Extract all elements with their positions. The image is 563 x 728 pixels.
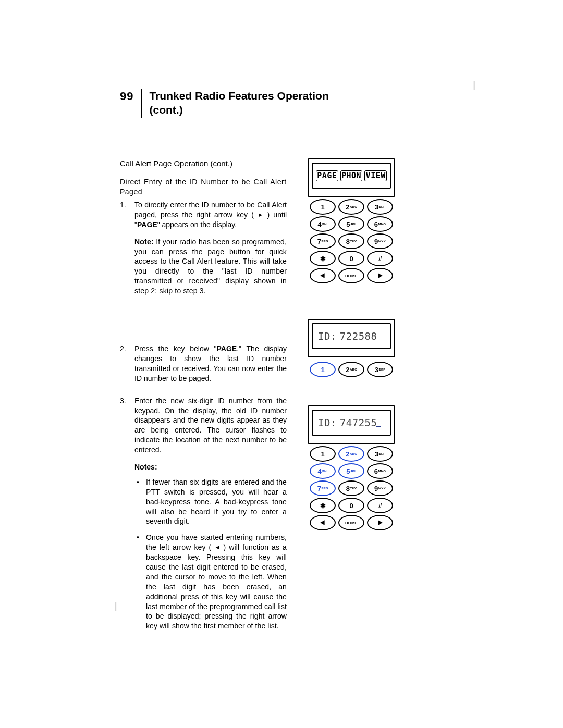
- softkey-page[interactable]: PAGE: [316, 170, 338, 181]
- page-title: Trunked Radio Features Operation (cont.): [149, 89, 328, 117]
- step-2-number: 2.: [120, 344, 134, 384]
- svg-marker-1: [378, 273, 382, 278]
- key-3[interactable]: 3DEF: [367, 362, 393, 377]
- crop-mark-top-right: |: [473, 79, 475, 90]
- key-star[interactable]: ✱: [310, 498, 336, 513]
- key-hash[interactable]: #: [367, 498, 393, 513]
- device-1-screen: PAGE PHON VIEW: [312, 163, 391, 189]
- notes-heading: Notes:: [134, 462, 287, 472]
- left-arrow-icon: [320, 520, 326, 526]
- key-2[interactable]: 2ABC: [338, 362, 364, 377]
- left-arrow-glyph: ◄: [214, 544, 220, 550]
- bullet-2: Once you have started entering numbers, …: [134, 533, 287, 631]
- key-2[interactable]: 2ABC: [338, 199, 364, 215]
- key-right[interactable]: [367, 268, 393, 283]
- device-2-keys: 1 2ABC 3DEF: [308, 362, 395, 377]
- right-arrow-icon: [377, 273, 383, 279]
- key-4[interactable]: 4GHI: [310, 216, 336, 232]
- page-title-line1: Trunked Radio Features Operation: [149, 89, 328, 103]
- id-value: 747255: [340, 417, 382, 428]
- device-panel-3: ID: 747255 1 2ABC 3DEF 4GHI 5JKL 6MNO 7P…: [308, 405, 395, 530]
- key-4-highlight[interactable]: 4GHI: [310, 463, 336, 479]
- note-1: Note: If your radio has been so programm…: [134, 237, 287, 296]
- svg-marker-0: [320, 273, 324, 278]
- key-3[interactable]: 3DEF: [367, 446, 393, 462]
- key-8[interactable]: 8TUV: [338, 480, 364, 496]
- device-panel-2: ID: 722588 1 2ABC 3DEF: [308, 319, 395, 377]
- key-6[interactable]: 6MNO: [367, 463, 393, 479]
- key-5[interactable]: 5JKL: [338, 216, 364, 232]
- key-right[interactable]: [367, 515, 393, 530]
- key-9[interactable]: 9WXY: [367, 233, 393, 249]
- page-header: 99 Trunked Radio Features Operation (con…: [120, 89, 472, 118]
- key-home[interactable]: HOME: [338, 515, 364, 530]
- key-star[interactable]: ✱: [310, 251, 336, 266]
- header-divider: [141, 89, 142, 118]
- right-arrow-glyph: ►: [258, 212, 263, 218]
- key-0[interactable]: 0: [338, 498, 364, 513]
- step-2-text: Press the key below "PAGE." The display …: [134, 344, 287, 384]
- key-1[interactable]: 1: [310, 199, 336, 215]
- id-label: ID:: [318, 330, 337, 342]
- right-arrow-icon: [377, 520, 383, 526]
- page-title-line2: (cont.): [149, 103, 328, 117]
- softkey-phon[interactable]: PHON: [340, 170, 363, 181]
- key-home[interactable]: HOME: [338, 268, 364, 283]
- device-panel-1: PAGE PHON VIEW 1 2ABC 3DEF 4GHI 5JKL 6MN…: [308, 158, 395, 283]
- text-column: Call Alert Page Operation (cont.) Direct…: [120, 158, 287, 637]
- svg-marker-2: [320, 520, 324, 525]
- key-hash[interactable]: #: [367, 251, 393, 266]
- key-2-highlight[interactable]: 2ABC: [338, 446, 364, 462]
- softkey-view[interactable]: VIEW: [364, 170, 387, 181]
- step-3-text: Enter the new six-digit ID number from t…: [134, 396, 287, 455]
- page-number: 99: [120, 89, 133, 103]
- body-columns: Call Alert Page Operation (cont.) Direct…: [120, 158, 472, 637]
- svg-marker-3: [378, 520, 382, 525]
- key-5-highlight[interactable]: 5JKL: [338, 463, 364, 479]
- bullet-1: If fewer than six digits are entered and…: [134, 477, 287, 526]
- step-3-number: 3.: [120, 396, 134, 455]
- key-8[interactable]: 8TUV: [338, 233, 364, 249]
- left-arrow-icon: [320, 273, 326, 279]
- key-left[interactable]: [310, 268, 336, 283]
- device-1-keypad: 1 2ABC 3DEF 4GHI 5JKL 6MNO 7PRS 8TUV 9WX…: [308, 199, 395, 283]
- key-7[interactable]: 7PRS: [310, 233, 336, 249]
- key-left[interactable]: [310, 515, 336, 530]
- subheading: Call Alert Page Operation (cont.): [120, 158, 287, 169]
- key-7-highlight[interactable]: 7PRS: [310, 480, 336, 496]
- device-2-screen: ID: 722588: [312, 323, 391, 349]
- device-3-keypad: 1 2ABC 3DEF 4GHI 5JKL 6MNO 7PRS 8TUV 9WX…: [308, 446, 395, 530]
- intro-text: Direct Entry of the ID Number to be Call…: [120, 177, 287, 197]
- page: 99 Trunked Radio Features Operation (con…: [0, 0, 563, 637]
- key-1[interactable]: 1: [310, 446, 336, 462]
- id-label: ID:: [318, 417, 337, 428]
- key-1-highlight[interactable]: 1: [310, 362, 336, 377]
- key-0[interactable]: 0: [338, 251, 364, 266]
- key-3[interactable]: 3DEF: [367, 199, 393, 215]
- note-indent: [120, 237, 134, 296]
- device-3-screen: ID: 747255: [312, 410, 391, 436]
- step-1-number: 1.: [120, 200, 134, 230]
- cursor-icon: [376, 426, 381, 428]
- device-column: PAGE PHON VIEW 1 2ABC 3DEF 4GHI 5JKL 6MN…: [308, 158, 395, 530]
- key-9[interactable]: 9WXY: [367, 480, 393, 496]
- step-1-text: To directly enter the ID number to be Ca…: [134, 200, 287, 230]
- key-6[interactable]: 6MNO: [367, 216, 393, 232]
- id-value: 722588: [340, 330, 377, 342]
- crop-mark-bottom-left: |: [115, 600, 117, 611]
